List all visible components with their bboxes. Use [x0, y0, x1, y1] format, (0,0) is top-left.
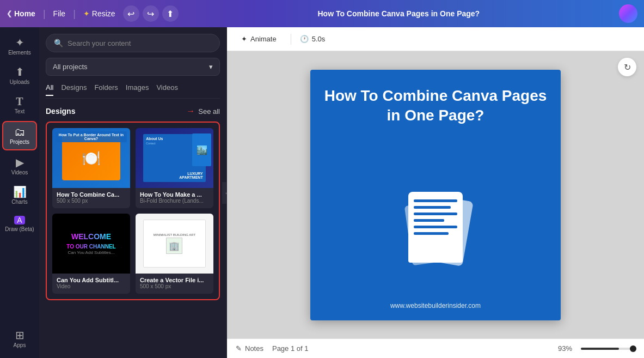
animate-button[interactable]: ✦ Animate	[236, 32, 282, 46]
sidebar-label-elements: Elements	[8, 50, 31, 56]
tab-videos[interactable]: Videos	[156, 83, 178, 96]
redo-button[interactable]: ↪	[143, 5, 159, 22]
sidebar-label-draw: Draw (Beta)	[5, 226, 34, 232]
redo-icon: ↪	[147, 9, 154, 19]
sidebar-item-text[interactable]: T Text	[2, 92, 37, 119]
sidebar-item-elements[interactable]: ✦ Elements	[2, 33, 37, 60]
design-thumb-2: About Us Contact LUXURYAPARTMENT 🏙️	[136, 128, 213, 188]
home-button[interactable]: ❮ Home	[7, 9, 35, 18]
design-card-4[interactable]: MINIMALIST BUILDING ART 🏢 Create a Vecto…	[136, 214, 213, 294]
design-meta-2: Bi-Fold Brochure (Lands...	[140, 198, 209, 204]
project-select-label: All projects	[53, 63, 88, 71]
notes-button[interactable]: ✎ Notes	[236, 344, 263, 353]
design-meta-4: 500 x 500 px	[140, 283, 209, 289]
elements-icon: ✦	[15, 37, 24, 48]
design-name-1: How To Combine Ca...	[57, 191, 126, 198]
document-title: How To Combine Canva Pages in One Page?	[183, 9, 615, 18]
design-name-3: Can You Add Subtitl...	[57, 277, 126, 283]
slide-canvas: How To Combine Canva Pages in One Page?	[310, 70, 561, 320]
sidebar-label-text: Text	[15, 108, 24, 114]
design-thumb-3: WELCOMETO OUR CHANNEL Can You Add Subtit…	[52, 214, 130, 274]
resize-button[interactable]: ✦ Resize	[83, 9, 115, 18]
zoom-level: 93%	[558, 344, 572, 353]
projects-panel: 🔍 All projects ▾ All Designs Folders Ima…	[39, 27, 227, 358]
see-all-label: See all	[198, 107, 220, 116]
sidebar-item-videos[interactable]: ▶ Videos	[2, 153, 37, 180]
animate-icon: ✦	[241, 35, 247, 43]
search-icon: 🔍	[54, 39, 63, 47]
notes-label: Notes	[245, 344, 263, 353]
design-meta-1: 500 x 500 px	[57, 198, 126, 204]
see-all-button[interactable]: → See all	[186, 106, 220, 116]
undo-button[interactable]: ↩	[123, 5, 139, 22]
canvas-area: ✦ Animate 🕐 5.0s ↻ How To Combine Canva …	[227, 27, 644, 358]
design-thumb-1: 🍽️ How To Put a Border Around Text in Ca…	[52, 128, 130, 188]
time-label: 5.0s	[312, 35, 326, 43]
sidebar-label-videos: Videos	[11, 169, 28, 175]
slider-track	[581, 348, 635, 350]
filter-tabs: All Designs Folders Images Videos	[46, 81, 220, 99]
upload-button[interactable]: ⬆	[162, 5, 179, 22]
arrow-right-icon: →	[186, 106, 195, 116]
tab-images[interactable]: Images	[126, 83, 149, 96]
design-grid: 🍽️ How To Put a Border Around Text in Ca…	[46, 122, 220, 300]
resize-label: Resize	[92, 9, 115, 18]
text-icon: T	[16, 96, 23, 107]
refresh-button[interactable]: ↻	[618, 58, 636, 76]
slide-url: www.websitebuilderinsider.com	[390, 302, 481, 310]
slider-thumb[interactable]	[630, 345, 636, 352]
design-name-2: How To You Make a ...	[140, 191, 209, 198]
design-card-3[interactable]: WELCOMETO OUR CHANNEL Can You Add Subtit…	[52, 214, 130, 294]
file-menu[interactable]: File	[53, 9, 66, 18]
design-info-4: Create a Vector File i... 500 x 500 px	[136, 274, 213, 294]
tab-designs[interactable]: Designs	[61, 83, 87, 96]
home-label: Home	[14, 9, 35, 18]
design-card-1[interactable]: 🍽️ How To Put a Border Around Text in Ca…	[52, 128, 130, 208]
sidebar-item-draw[interactable]: A Draw (Beta)	[2, 211, 37, 236]
design-info-3: Can You Add Subtitl... Video	[52, 274, 130, 294]
design-meta-3: Video	[57, 283, 126, 289]
videos-icon: ▶	[16, 157, 24, 168]
chevron-down-icon: ▾	[209, 63, 213, 71]
sidebar-item-charts[interactable]: 📊 Charts	[2, 182, 37, 209]
user-avatar[interactable]	[619, 4, 637, 23]
sidebar-label-apps: Apps	[14, 342, 26, 348]
slide-docs-illustration	[381, 165, 490, 263]
sidebar-item-projects[interactable]: 🗂 Projects	[2, 121, 37, 150]
slide-title: How To Combine Canva Pages in One Page?	[321, 86, 550, 126]
zoom-slider[interactable]	[581, 348, 635, 350]
resize-icon: ✦	[83, 9, 90, 18]
slider-fill	[581, 348, 619, 350]
sidebar-label-charts: Charts	[11, 199, 27, 205]
clock-icon: 🕐	[300, 35, 309, 43]
design-thumb-4: MINIMALIST BUILDING ART 🏢	[136, 214, 213, 274]
toolbar-separator	[291, 34, 291, 45]
project-select-dropdown[interactable]: All projects ▾	[46, 58, 220, 76]
tab-all[interactable]: All	[46, 83, 53, 96]
panel-collapse-button[interactable]: ❮	[222, 182, 227, 204]
main-layout: ✦ Elements ⬆ Uploads T Text 🗂 Projects ▶…	[0, 27, 644, 358]
building-art: MINIMALIST BUILDING ART 🏢	[143, 220, 205, 268]
time-button[interactable]: 🕐 5.0s	[300, 35, 326, 43]
search-input[interactable]	[68, 39, 212, 47]
sidebar-item-apps[interactable]: ⊞ Apps	[2, 325, 37, 353]
design-info-2: How To You Make a ... Bi-Fold Brochure (…	[136, 188, 213, 208]
canvas-toolbar: ✦ Animate 🕐 5.0s	[227, 27, 644, 51]
undo-icon: ↩	[127, 9, 134, 19]
projects-icon: 🗂	[14, 126, 25, 137]
canvas-main: ↻ How To Combine Canva Pages in One Page…	[227, 51, 644, 338]
designs-section-header: Designs → See all	[46, 106, 220, 116]
design-card-2[interactable]: About Us Contact LUXURYAPARTMENT 🏙️ How …	[136, 128, 213, 208]
animate-label: Animate	[250, 35, 277, 43]
topbar-separator: |	[43, 8, 46, 20]
uploads-icon: ⬆	[15, 66, 24, 77]
tab-folders[interactable]: Folders	[94, 83, 118, 96]
design-info-1: How To Combine Ca... 500 x 500 px	[52, 188, 130, 208]
home-back-arrow: ❮	[7, 10, 12, 17]
search-box[interactable]: 🔍	[46, 34, 220, 52]
design-name-4: Create a Vector File i...	[140, 277, 209, 283]
sidebar-item-uploads[interactable]: ⬆ Uploads	[2, 62, 37, 89]
welcome-text: WELCOMETO OUR CHANNEL	[66, 232, 115, 251]
topbar-separator2: |	[73, 8, 76, 20]
sidebar-label-projects: Projects	[10, 139, 29, 145]
